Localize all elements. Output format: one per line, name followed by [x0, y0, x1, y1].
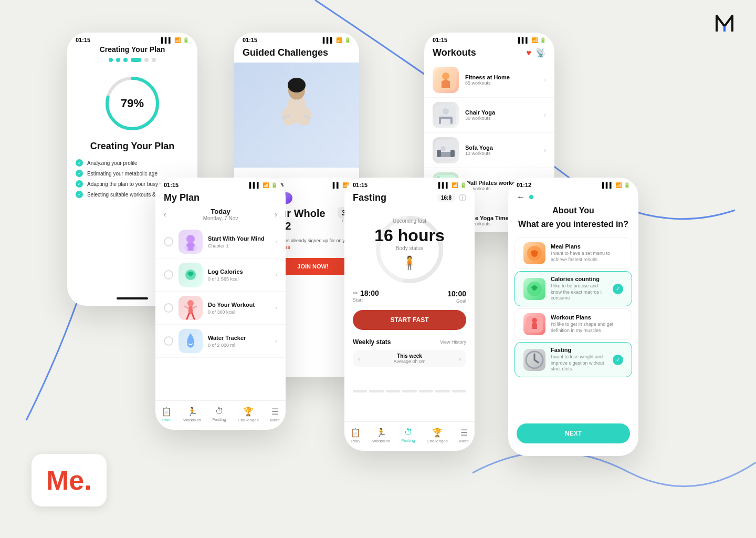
svg-rect-22: [439, 118, 441, 124]
svg-point-6: [295, 99, 298, 102]
back-arrow[interactable]: ←: [517, 192, 525, 202]
nav-plan[interactable]: 📋 Plan: [161, 407, 172, 422]
item-sub-mind: Chapter 1: [208, 243, 270, 249]
time-1: 01:15: [76, 37, 90, 43]
progress-dot-about: [529, 195, 533, 199]
item-radio-mind[interactable]: [164, 237, 173, 246]
nav-more-f[interactable]: ☰ More: [459, 428, 469, 443]
interest-thumb-workout-plans: [523, 313, 545, 335]
nav-more-label: More: [270, 418, 280, 422]
checklist-item-1: ✓ Analyzing your profile: [76, 159, 189, 167]
interest-fasting[interactable]: Fasting I want to lose weight and improv…: [514, 342, 632, 377]
dot-2: [116, 58, 120, 62]
my-plan-title: My Plan: [155, 190, 286, 208]
next-week-arrow[interactable]: ›: [459, 355, 461, 363]
bar-thu: [402, 390, 416, 392]
prev-day-arrow[interactable]: ‹: [164, 210, 166, 219]
cast-icon[interactable]: 📡: [536, 48, 546, 58]
dot-5: [144, 58, 149, 62]
info-icon: ⓘ: [459, 193, 466, 203]
dot-6: [152, 58, 156, 62]
item-title-mind: Start With Your Mind: [208, 235, 270, 242]
interest-info-workout-plans: Workout Plans I'd like to get in shape a…: [551, 314, 623, 334]
bar-wed: [386, 390, 400, 392]
interest-thumb-meal: [523, 242, 545, 264]
view-history-link[interactable]: View History: [440, 339, 466, 345]
status-icons-7: ▌▌▌📶🔋: [602, 182, 630, 188]
status-bar-7: 01:12 ▌▌▌📶🔋: [508, 178, 638, 190]
status-bar-6: 01:15 ▌▌▌📶🔋: [424, 33, 554, 45]
status-bar-1: 01:15 ▌▌▌📶🔋: [67, 33, 197, 45]
interest-workout-plans[interactable]: Workout Plans I'd like to get in shape a…: [514, 308, 632, 340]
item-radio-water[interactable]: [164, 336, 173, 346]
interest-meal-plans[interactable]: Meal Plans I want to have a set menu to …: [514, 237, 632, 269]
me-logo-card: Me.: [32, 454, 107, 506]
fasting-type-badge: 16:8: [437, 194, 456, 202]
prev-week-arrow[interactable]: ‹: [358, 355, 360, 363]
checklist-text-3: Adapting the plan to your busy s...: [87, 181, 166, 187]
item-arrow-mind: ›: [275, 238, 277, 245]
check-icon-1: ✓: [76, 159, 83, 167]
favorite-icon[interactable]: ♥: [527, 48, 532, 58]
start-time-val: 18:00: [360, 289, 379, 297]
nav-workouts-f[interactable]: 🏃 Workouts: [372, 428, 390, 443]
item-img-mind: [178, 230, 203, 254]
nav-plan-label: Plan: [162, 418, 171, 422]
challenge-hero-image: [234, 63, 359, 168]
bar-sat: [435, 390, 449, 392]
plan-item-calories[interactable]: Log Calories 0 of 1 565 kcal ›: [155, 258, 286, 292]
nav-plan-icon: 📋: [161, 407, 172, 417]
plan-item-mind[interactable]: Start With Your Mind Chapter 1 ›: [155, 225, 286, 258]
nav-more[interactable]: ☰ More: [270, 407, 280, 422]
nav-challenges[interactable]: 🏆 Challenges: [238, 407, 259, 422]
interest-title-calories: Calories counting: [551, 276, 607, 282]
goal-time-val: 10:00: [447, 289, 466, 298]
home-indicator-1: [117, 297, 148, 299]
nav-challenges-icon: 🏆: [243, 407, 254, 417]
nav-workouts-f-icon: 🏃: [376, 428, 386, 438]
dot-1: [109, 58, 113, 62]
workout-fitness[interactable]: Fitness at Home 85 workouts ›: [424, 63, 554, 98]
next-day-arrow[interactable]: ›: [275, 210, 277, 219]
start-fast-button[interactable]: START FAST: [353, 310, 466, 330]
fasting-circle: Upcoming fast 16 hours Body status 🧍: [344, 208, 475, 289]
nav-workouts[interactable]: 🏃 Workouts: [183, 407, 201, 422]
workout-arrow-sofa: ›: [544, 147, 546, 154]
item-img-workout: [178, 296, 203, 320]
item-arrow-calories: ›: [275, 271, 277, 278]
nav-fasting-f[interactable]: ⏱ Fasting: [402, 428, 415, 443]
next-button[interactable]: NEXT: [517, 423, 630, 443]
progress-percent: 79%: [121, 97, 144, 110]
workout-sofa[interactable]: Sofa Yoga 13 workouts ›: [424, 133, 554, 168]
item-radio-workout[interactable]: [164, 303, 173, 313]
nav-plan-f-icon: 📋: [350, 428, 361, 438]
nav-plan-f[interactable]: 📋 Plan: [350, 428, 361, 443]
workout-count-sofa: 13 workouts: [465, 151, 538, 156]
bottom-nav-plan: 📋 Plan 🏃 Workouts ⏱ Fasting 🏆 Challenges…: [155, 400, 286, 430]
bar-tue: [369, 390, 383, 392]
phone-about-you: 01:12 ▌▌▌📶🔋 ← About You What are you int…: [508, 178, 638, 456]
bar-sun: [452, 390, 466, 392]
item-title-workout: Do Your Workout: [208, 301, 270, 308]
svg-point-5: [288, 78, 306, 92]
weekly-stats-section: Weekly stats View History ‹ This week Av…: [344, 338, 475, 392]
plan-item-water[interactable]: Water Tracker 0 of 2 000 ml ›: [155, 325, 286, 358]
item-info-mind: Start With Your Mind Chapter 1: [208, 235, 270, 249]
status-icons-3: ▌▌▌📶🔋: [249, 182, 277, 188]
status-bar-2: 01:15 ▌▌▌📶🔋: [234, 33, 359, 45]
check-icon-3: ✓: [76, 180, 83, 188]
item-title-calories: Log Calories: [208, 268, 270, 275]
nav-fasting-icon: ⏱: [215, 407, 224, 416]
plan-item-workout[interactable]: Do Your Workout 0 of 300 kcal ›: [155, 292, 286, 325]
nav-challenges-f-icon: 🏆: [432, 428, 443, 438]
nav-fasting-f-label: Fasting: [402, 438, 415, 443]
item-radio-calories[interactable]: [164, 270, 173, 280]
interest-title-workout-plans: Workout Plans: [551, 314, 623, 320]
nav-fasting[interactable]: ⏱ Fasting: [213, 407, 226, 422]
item-info-calories: Log Calories 0 of 1 565 kcal: [208, 268, 270, 282]
nav-challenges-f[interactable]: 🏆 Challenges: [427, 428, 448, 443]
interest-calories[interactable]: Calories counting I like to be precise a…: [514, 271, 632, 306]
guided-title: Guided Challenges: [234, 45, 359, 63]
workout-chair[interactable]: Chair Yoga 30 workouts ›: [424, 98, 554, 133]
goal-time-block: 10:00 Goal: [447, 289, 466, 304]
